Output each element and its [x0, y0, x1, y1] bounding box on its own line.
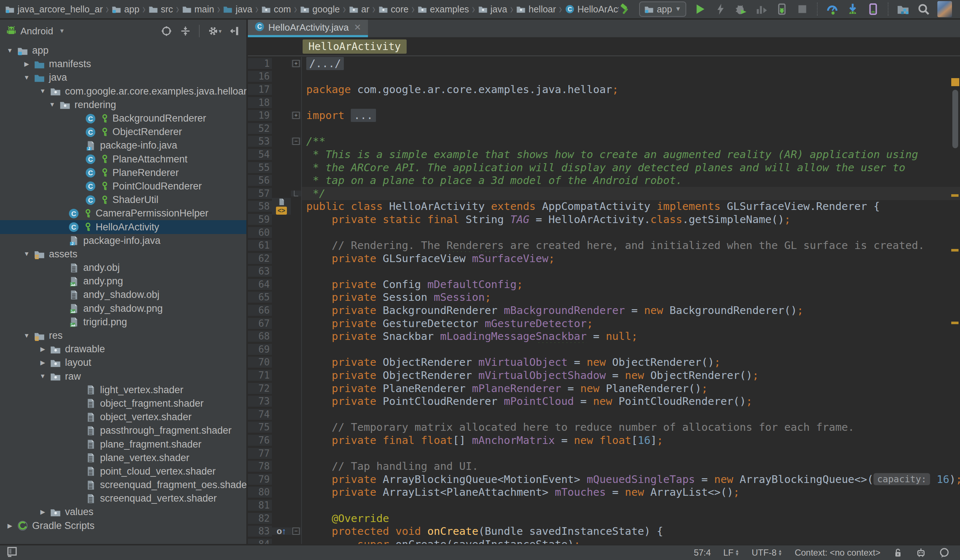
code-line-58[interactable]: 58<>public class HelloArActivity extends…: [248, 200, 960, 213]
code-line-81[interactable]: 81: [248, 499, 960, 512]
tree-expand-arrow[interactable]: ▶: [4, 522, 16, 530]
tree-item-planeattachment[interactable]: CPlaneAttachment: [0, 153, 246, 166]
tree-expand-arrow[interactable]: ▼: [37, 373, 49, 380]
tree-item-helloaractivity[interactable]: CHelloArActivity: [0, 220, 246, 234]
breadcrumb-item-examples[interactable]: examples: [418, 4, 469, 14]
tree-item-andy-obj[interactable]: andy.obj: [0, 261, 246, 275]
context-widget[interactable]: Context: <no context>: [795, 547, 880, 558]
code-line-70[interactable]: 70 private ObjectRenderer mVirtualObject…: [248, 356, 960, 369]
tree-item-camerapermissionhelper[interactable]: CCameraPermissionHelper: [0, 206, 246, 220]
tree-item-object-fragment-shader[interactable]: object_fragment.shader: [0, 397, 246, 410]
override-method-gutter-icon[interactable]: o↑: [272, 528, 291, 535]
tree-item-pointcloudrenderer[interactable]: CPointCloudRenderer: [0, 179, 246, 193]
tree-item-andy-shadow-png[interactable]: andy_shadow.png: [0, 302, 246, 315]
avd-manager-button[interactable]: [867, 2, 880, 16]
breadcrumb-item-google[interactable]: google: [300, 4, 340, 14]
tree-item-passthrough-fragment-shader[interactable]: passthrough_fragment.shader: [0, 424, 246, 437]
code-line-77[interactable]: 77: [248, 447, 960, 460]
tree-item-screenquad-vertex-shader[interactable]: screenquad_vertex.shader: [0, 492, 246, 505]
fold-marker-minus[interactable]: −: [291, 528, 301, 535]
code-line-52[interactable]: 52: [248, 122, 960, 135]
breadcrumb-item-java[interactable]: java: [223, 4, 252, 14]
tree-expand-arrow[interactable]: ▶: [37, 508, 49, 516]
profiler-gauge-button[interactable]: [826, 2, 839, 16]
code-line-61[interactable]: 61 // Rendering. The Renderers are creat…: [248, 239, 960, 252]
related-xml-gutter-icon[interactable]: <>: [272, 198, 291, 214]
tree-item-object-vertex-shader[interactable]: object_vertex.shader: [0, 410, 246, 424]
breadcrumb-item-ar[interactable]: ar: [349, 4, 370, 14]
code-line-84[interactable]: 84 super.onCreate(savedInstanceState);: [248, 538, 960, 544]
breadcrumb-item-main[interactable]: main: [182, 4, 214, 14]
fold-marker-plus[interactable]: +: [291, 112, 301, 119]
tab-helloaractivity[interactable]: C HelloArActivity.java ✕: [248, 20, 368, 37]
scrollbar-thumb[interactable]: [952, 90, 958, 148]
code-line-72[interactable]: 72 private PlaneRenderer mPlaneRenderer …: [248, 382, 960, 395]
code-line-68[interactable]: 68 private Snackbar mLoadingMessageSnack…: [248, 330, 960, 343]
breadcrumb-item-com[interactable]: com: [261, 4, 291, 14]
collapse-button[interactable]: [180, 26, 191, 37]
target-button[interactable]: [161, 26, 172, 37]
project-view-selector[interactable]: Android: [21, 26, 53, 37]
run-play-button[interactable]: [694, 2, 707, 16]
breadcrumb-item-java[interactable]: java: [478, 4, 507, 14]
run-configuration-selector[interactable]: app▼: [639, 2, 686, 17]
code-line-83[interactable]: 83o↑− protected void onCreate(Bundle sav…: [248, 525, 960, 538]
tree-item-screenquad-fragment-oes-shader[interactable]: screenquad_fragment_oes.shader: [0, 478, 246, 492]
code-line-65[interactable]: 65 private Session mSession;: [248, 291, 960, 304]
run-device-button[interactable]: [775, 2, 789, 16]
tree-item-manifests[interactable]: ▶manifests: [0, 57, 246, 71]
tree-item-backgroundrenderer[interactable]: CBackgroundRenderer: [0, 112, 246, 125]
tree-item-com-google-ar-core-examples-java-helloar[interactable]: ▼com.google.ar.core.examples.java.helloa…: [0, 85, 246, 98]
tree-expand-arrow[interactable]: ▼: [4, 47, 16, 54]
tree-item-objectrenderer[interactable]: CObjectRenderer: [0, 125, 246, 139]
code-line-76[interactable]: 76 private final float[] mAnchorMatrix =…: [248, 434, 960, 447]
tree-item-drawable[interactable]: ▶drawable: [0, 342, 246, 356]
code-line-64[interactable]: 64 private Config mDefaultConfig;: [248, 278, 960, 291]
code-line-1[interactable]: 1+/.../: [248, 57, 960, 70]
tree-item-package-info-java[interactable]: Jpackage-info.java: [0, 234, 246, 248]
breadcrumb-item-java_arcore_hello_ar[interactable]: java_arcore_hello_ar: [5, 4, 102, 14]
code-line-17[interactable]: 17package com.google.ar.core.examples.ja…: [248, 83, 960, 96]
make-hammer-button[interactable]: [619, 2, 632, 16]
line-separator-widget[interactable]: LF ▲▼: [723, 547, 739, 558]
tree-item-gradle-scripts[interactable]: ▶Gradle Scripts: [0, 519, 246, 533]
code-line-53[interactable]: 53−/**: [248, 135, 960, 148]
tree-item-layout[interactable]: ▶layout: [0, 356, 246, 370]
breadcrumb-item-app[interactable]: app: [112, 4, 139, 14]
error-stripe-warning-mark[interactable]: [951, 249, 958, 251]
fold-marker-minus[interactable]: −: [291, 138, 301, 145]
tree-item-trigrid-png[interactable]: trigrid.png: [0, 315, 246, 329]
tree-item-planerenderer[interactable]: CPlaneRenderer: [0, 166, 246, 179]
error-stripe-warning-square[interactable]: [951, 78, 959, 86]
breadcrumb-item-helloaractivity[interactable]: CHelloArActivity: [565, 4, 619, 14]
tree-item-andy-png[interactable]: andy.png: [0, 275, 246, 288]
code-line-69[interactable]: 69: [248, 343, 960, 356]
chevron-down-icon[interactable]: ▼: [59, 28, 65, 34]
tree-item-andy-shadow-obj[interactable]: andy_shadow.obj: [0, 288, 246, 302]
tree-item-point-cloud-vertex-shader[interactable]: point_cloud_vertex.shader: [0, 465, 246, 478]
code-line-18[interactable]: 18: [248, 96, 960, 109]
tree-expand-arrow[interactable]: ▼: [21, 74, 33, 82]
profile-chart-button[interactable]: [755, 2, 768, 16]
tree-item-assets[interactable]: ▼assets: [0, 248, 246, 261]
code-line-74[interactable]: 74: [248, 408, 960, 421]
encoding-widget[interactable]: UTF-8 ▲▼: [752, 547, 782, 558]
event-log-bubble-icon[interactable]: [939, 547, 950, 558]
code-line-16[interactable]: 16: [248, 70, 960, 83]
fold-marker-plus[interactable]: +: [291, 60, 301, 67]
code-editor[interactable]: 1+/.../1617package com.google.ar.core.ex…: [248, 57, 960, 544]
hide-panel-button[interactable]: [230, 26, 240, 37]
tree-item-raw[interactable]: ▼raw: [0, 370, 246, 383]
code-line-75[interactable]: 75 // Temporary matrix allocated here to…: [248, 421, 960, 434]
code-line-59[interactable]: 59 private static final String TAG = Hel…: [248, 213, 960, 226]
fold-marker-end[interactable]: [291, 190, 301, 197]
tree-item-res[interactable]: ▼res: [0, 329, 246, 342]
inspections-robot-icon[interactable]: [915, 547, 926, 558]
toolwindow-toggle-icon[interactable]: [6, 546, 18, 559]
tree-item-plane-fragment-shader[interactable]: plane_fragment.shader: [0, 437, 246, 451]
code-line-82[interactable]: 82 @Override: [248, 512, 960, 525]
caret-position[interactable]: 57:4: [694, 547, 711, 558]
tree-item-light-vertex-shader[interactable]: light_vertex.shader: [0, 383, 246, 397]
tree-expand-arrow[interactable]: ▼: [46, 101, 58, 109]
code-line-62[interactable]: 62 private GLSurfaceView mSurfaceView;: [248, 252, 960, 265]
